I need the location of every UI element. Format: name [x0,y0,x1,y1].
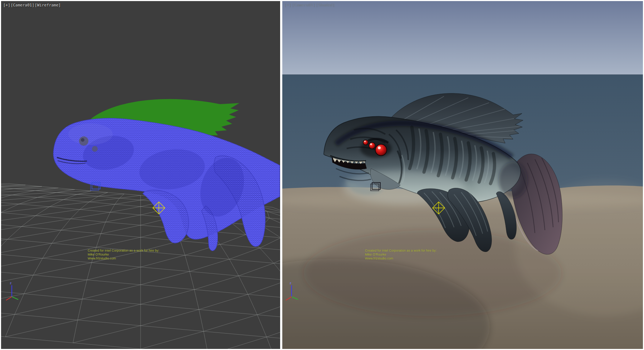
axis-z-label: z [289,281,291,285]
watermark-line-1: Created for Intel Corporation as a work … [365,249,436,253]
red-eye-mid [369,142,375,149]
watermark: Created for Intel Corporation as a work … [365,249,436,261]
viewport-menu-shading[interactable]: [Shaded] [316,3,335,8]
red-eye-small [363,140,368,145]
viewport-label: [+][Camera01][Shaded] [284,3,335,8]
creature-wireframe[interactable] [53,99,280,251]
red-eyes [360,139,392,158]
axis-z-label: z [10,281,11,285]
world-axis-tripod: z [5,281,22,303]
axis-y-icon [12,297,18,300]
watermark-line-3: Www.frlzstudio.com [88,257,159,261]
watermark: Created for Intel Corporation as a work … [88,249,159,261]
viewport-split: [+][Camera01][Wireframe] Created for Int… [0,0,644,350]
watermark-line-1: Created for Intel Corporation as a work … [88,249,159,253]
eye-highlight [364,141,366,142]
shaded-scene [282,1,643,349]
sky [282,1,643,75]
axis-x-icon [6,297,12,300]
watermark-line-3: Www.frlzstudio.com [365,257,436,261]
watermark-line-2: Mike O'Rourke [88,253,159,257]
red-eye-large [375,144,387,156]
axis-x-icon [286,297,292,300]
wireframe-scene [1,1,280,349]
eye-spot-dot [81,138,84,142]
viewport-shaded[interactable]: [+][Camera01][Shaded] Created for Intel … [282,1,643,349]
eye-highlight [378,146,381,149]
viewport-label: [+][Camera01][Wireframe] [3,3,61,8]
viewport-wireframe[interactable]: [+][Camera01][Wireframe] Created for Int… [1,1,280,349]
viewport-menu-general[interactable]: [+] [284,3,292,8]
viewport-menu-shading[interactable]: [Wireframe] [35,3,61,8]
viewport-menu-camera[interactable]: [Camera01] [292,3,316,8]
eye-spot-small [92,146,98,152]
viewport-menu-general[interactable]: [+] [3,3,10,8]
axis-y-icon [292,297,298,300]
box-helper-gizmo[interactable] [91,182,100,190]
world-axis-tripod: z [284,281,302,303]
eye-highlight [370,144,372,145]
watermark-line-2: Mike O'Rourke [365,253,436,257]
tail-joint-shadow [499,162,527,198]
viewport-menu-camera[interactable]: [Camera01] [11,3,34,8]
